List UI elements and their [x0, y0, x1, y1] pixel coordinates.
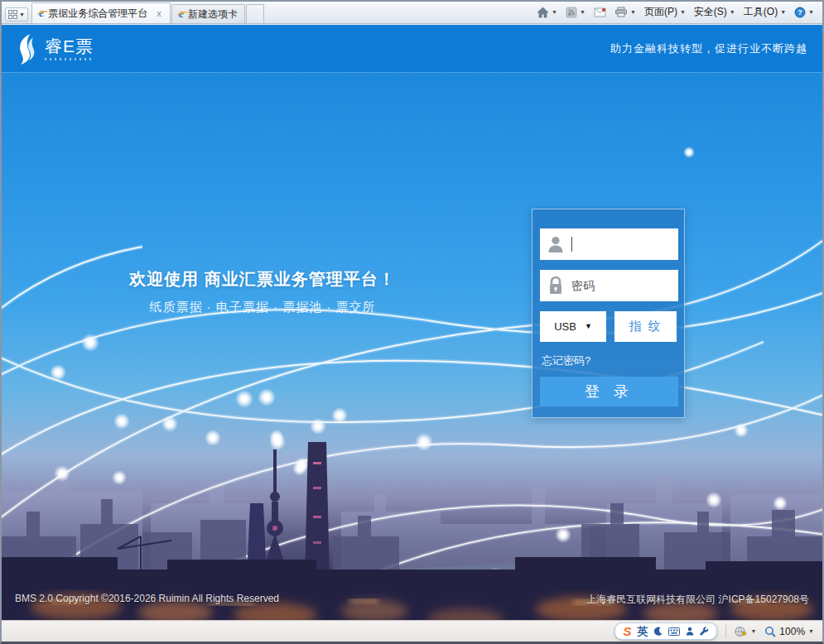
- status-bar: S 英 ▼: [2, 620, 822, 642]
- copyright-text: BMS 2.0 Copyright ©2016-2026 Ruimin All …: [15, 593, 279, 607]
- tab-new-tab[interactable]: e 新建选项卡: [171, 4, 245, 23]
- username-input[interactable]: [574, 232, 672, 257]
- logo-subtext-decoration: [45, 58, 91, 60]
- new-tab-stub-button[interactable]: [246, 4, 264, 23]
- welcome-block: 欢迎使用 商业汇票业务管理平台！ 纸质票据 · 电子票据 · 票据池 · 票交所: [101, 268, 424, 315]
- password-input[interactable]: [571, 273, 669, 298]
- read-mail-button[interactable]: [592, 7, 608, 18]
- user-icon: [540, 235, 571, 253]
- chevron-down-icon: ▼: [730, 9, 735, 15]
- brand-logo: 睿E票: [17, 32, 94, 65]
- chevron-down-icon: ▼: [585, 323, 592, 330]
- fingerprint-button[interactable]: 指 纹: [614, 311, 677, 342]
- welcome-subtitle: 纸质票据 · 电子票据 · 票据池 · 票交所: [101, 300, 424, 315]
- chevron-down-icon: ▼: [630, 9, 636, 15]
- magnifier-icon: [764, 626, 776, 637]
- home-button[interactable]: ▼: [535, 6, 559, 19]
- chevron-down-icon: ▼: [680, 9, 686, 15]
- company-icp-text: 上海睿民互联网科技有限公司 沪ICP备15027908号: [586, 593, 809, 607]
- help-icon: ?: [794, 7, 806, 18]
- feeds-button[interactable]: ▼: [564, 6, 587, 19]
- mail-icon: [594, 7, 606, 17]
- chevron-down-icon: ▼: [19, 12, 25, 17]
- login-button[interactable]: 登 录: [540, 377, 678, 406]
- ime-language-indicator[interactable]: 英: [637, 624, 648, 639]
- safety-menu[interactable]: 安全(S) ▼: [692, 4, 737, 20]
- swoosh-logo-icon: [17, 32, 38, 65]
- zoom-control[interactable]: 100% ▼: [764, 626, 814, 637]
- security-zone-button[interactable]: ▼: [735, 626, 756, 637]
- chevron-down-icon: ▼: [780, 9, 786, 15]
- chevron-down-icon: ▼: [808, 628, 814, 634]
- header-slogan: 助力金融科技转型，促进行业不断跨越: [610, 41, 807, 56]
- city-network-illustration: [2, 73, 822, 620]
- auth-method-row: USB ▼ 指 纹: [540, 311, 677, 342]
- chevron-down-icon: ▼: [580, 9, 585, 15]
- text-caret: [571, 237, 572, 252]
- print-button[interactable]: ▼: [613, 6, 638, 18]
- keyboard-icon[interactable]: [668, 627, 680, 636]
- logo-text: 睿E票: [45, 36, 94, 55]
- tools-menu-label: 工具(O): [744, 5, 778, 19]
- tab-close-icon[interactable]: x: [155, 8, 163, 18]
- page-footer: BMS 2.0 Copyright ©2016-2026 Ruimin All …: [2, 593, 822, 607]
- tab-label: 票据业务综合管理平台: [48, 7, 147, 21]
- page-menu[interactable]: 页面(P) ▼: [643, 4, 687, 20]
- ime-toolbar[interactable]: S 英: [614, 622, 717, 640]
- site-header: 睿E票 助力金融科技转型，促进行业不断跨越: [2, 25, 822, 73]
- quick-tabs-button[interactable]: ▼: [5, 7, 28, 22]
- certificate-select[interactable]: USB ▼: [540, 311, 606, 342]
- home-icon: [537, 7, 549, 18]
- printer-icon: [614, 7, 628, 17]
- ie-icon: e: [179, 8, 184, 20]
- person-icon[interactable]: [686, 627, 694, 636]
- safety-menu-label: 安全(S): [694, 5, 727, 19]
- tools-menu[interactable]: 工具(O) ▼: [742, 4, 788, 20]
- protected-mode-icon: [735, 626, 747, 637]
- certificate-select-value: USB: [554, 320, 576, 333]
- page-menu-label: 页面(P): [644, 5, 677, 19]
- zoom-level: 100%: [779, 626, 805, 637]
- statusbar-divider: [725, 625, 726, 638]
- tab-label: 新建选项卡: [188, 7, 238, 22]
- wrench-icon[interactable]: [700, 627, 709, 636]
- lock-icon: [540, 276, 571, 296]
- tab-bill-platform[interactable]: e 票据业务综合管理平台 x: [31, 2, 171, 23]
- moon-icon[interactable]: [653, 627, 663, 637]
- login-panel: USB ▼ 指 纹 忘记密码? 登 录: [532, 209, 685, 418]
- chevron-down-icon: ▼: [750, 628, 756, 634]
- browser-window: ▼ e 票据业务综合管理平台 x e 新建选项卡 ▼: [0, 0, 824, 644]
- hero-background: 欢迎使用 商业汇票业务管理平台！ 纸质票据 · 电子票据 · 票据池 · 票交所: [2, 73, 822, 620]
- tab-bar: ▼ e 票据业务综合管理平台 x e 新建选项卡 ▼: [2, 2, 822, 24]
- forgot-password-link[interactable]: 忘记密码?: [542, 353, 590, 368]
- help-button[interactable]: ? ▼: [793, 6, 816, 19]
- chevron-down-icon: ▼: [552, 9, 557, 15]
- rss-icon: [566, 7, 577, 18]
- svg-text:?: ?: [797, 8, 802, 17]
- ie-icon: e: [39, 7, 44, 19]
- welcome-title: 欢迎使用 商业汇票业务管理平台！: [101, 268, 424, 291]
- username-field-wrap: [540, 228, 678, 260]
- chevron-down-icon: ▼: [808, 9, 814, 15]
- sogou-logo-icon: S: [623, 625, 631, 637]
- quick-tabs-icon: [8, 10, 17, 19]
- password-field-wrap: [540, 270, 678, 301]
- command-bar: ▼ ▼: [535, 4, 822, 23]
